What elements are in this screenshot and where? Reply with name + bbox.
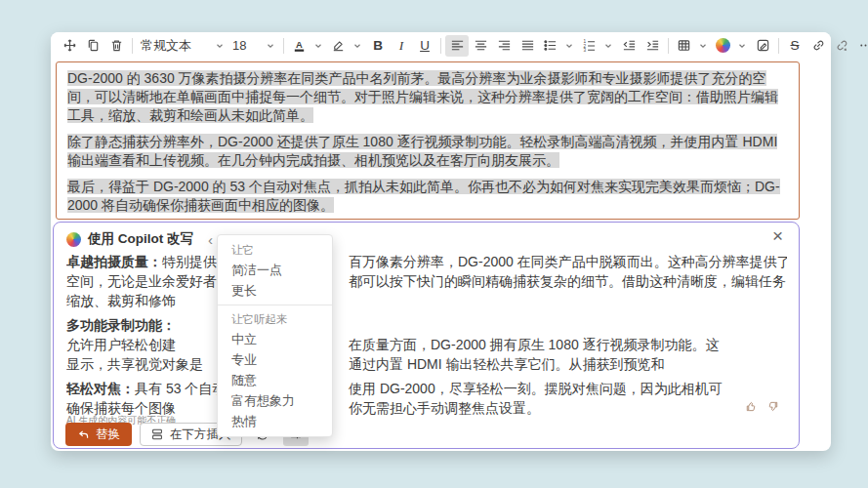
toolbar-separator xyxy=(778,38,779,54)
chevron-down-icon xyxy=(564,41,574,51)
rewrite-row: 轻松对焦：具有 53 个自动对焦使用 DG-2000，尽享轻松一刻。摆脱对焦问题… xyxy=(66,379,787,398)
selected-text: DG-2000 的 3630 万像素拍摄分辨率在同类产品中名列前茅。最高分辨率为… xyxy=(67,70,778,123)
rewrite-rows: 卓越拍摄质量：特别提供百万像素分辨率，DG-2000 在同类产品中脱颖而出。这种… xyxy=(66,252,787,418)
delete-button[interactable] xyxy=(104,35,128,57)
thumbs-up-icon[interactable] xyxy=(745,400,758,413)
font-color-dropdown[interactable]: A xyxy=(288,35,327,57)
copilot-rewrite-panel: 使用 Copilot 改写 ‹ 1/3 › × 卓越拍摄质量：特别提供百万像素分… xyxy=(53,222,800,449)
chevron-down-icon xyxy=(603,41,613,51)
bold-label: B xyxy=(373,38,383,53)
decrease-indent-button[interactable] xyxy=(617,35,641,57)
highlight-dropdown[interactable] xyxy=(327,35,366,57)
chevron-down-icon xyxy=(215,41,225,51)
numbered-list-icon: 123 xyxy=(582,38,597,53)
editor-window: 常规文本 18 A B I U xyxy=(51,32,831,451)
feedback-controls xyxy=(745,400,779,413)
chevron-down-icon xyxy=(313,41,323,51)
menu-item[interactable]: 随意 xyxy=(218,370,332,390)
rewrite-row: 允许用户轻松创建在质量方面，DG-2000 拥有原生 1080 逐行视频录制功能… xyxy=(66,335,787,354)
thumbs-down-icon[interactable] xyxy=(766,400,779,413)
menu-item[interactable]: 富有想象力 xyxy=(218,390,332,411)
menu-section-header: 让它听起来 xyxy=(218,309,332,329)
align-left-icon xyxy=(450,38,465,53)
desktop-background: 常规文本 18 A B I U xyxy=(0,0,868,488)
toolbar-separator xyxy=(132,38,133,54)
trash-icon xyxy=(109,38,124,53)
copilot-icon xyxy=(716,38,730,53)
svg-text:A: A xyxy=(296,40,303,50)
svg-text:3: 3 xyxy=(583,48,586,53)
rewrite-row: 空间，无论是业余爱好者还是专都可以按下快门的瞬间精确捕获复杂的细节。借助这种清晰… xyxy=(66,271,787,291)
replace-arrow-icon xyxy=(77,428,90,441)
more-options-button[interactable] xyxy=(853,35,868,57)
text-style-label: 常规文本 xyxy=(141,37,191,55)
selected-text: 除了静态捕获分辨率外，DG-2000 还提供了原生 1080 逐行视频录制功能。… xyxy=(67,134,777,168)
move-handle[interactable] xyxy=(58,35,81,57)
chevron-down-icon xyxy=(266,41,275,51)
paragraph[interactable]: 除了静态捕获分辨率外，DG-2000 还提供了原生 1080 逐行视频录制功能。… xyxy=(67,133,788,170)
menu-divider xyxy=(218,305,332,305)
bullet-list-dropdown[interactable] xyxy=(539,35,578,57)
move-icon xyxy=(62,38,77,53)
menu-section-header: 让它 xyxy=(218,240,332,260)
numbered-list-dropdown[interactable]: 123 xyxy=(578,35,617,57)
strikethrough-label: S xyxy=(790,38,799,53)
copy-icon xyxy=(86,38,101,53)
menu-item[interactable]: 简洁一点 xyxy=(218,260,332,280)
menu-item[interactable]: 更长 xyxy=(218,280,332,301)
close-icon[interactable]: × xyxy=(772,226,783,245)
copy-button[interactable] xyxy=(81,35,104,57)
italic-button[interactable]: I xyxy=(390,35,413,57)
align-center-button[interactable] xyxy=(469,35,492,57)
rewrite-menu: 让它简洁一点更长让它听起来中立专业随意富有想象力热情 xyxy=(217,234,333,437)
justify-icon xyxy=(520,38,535,53)
chevron-down-icon xyxy=(737,41,747,51)
font-size-value: 18 xyxy=(232,38,246,53)
underline-label: U xyxy=(420,38,430,53)
menu-item[interactable]: 热情 xyxy=(218,411,332,431)
toolbar-separator xyxy=(668,38,669,54)
ellipsis-icon xyxy=(858,38,868,53)
editor-pen-button[interactable] xyxy=(751,35,774,57)
rewrite-row: 卓越拍摄质量：特别提供百万像素分辨率，DG-2000 在同类产品中脱颖而出。这种… xyxy=(66,252,787,271)
indent-icon xyxy=(645,38,660,53)
replace-label: 替换 xyxy=(96,427,120,443)
copilot-dropdown[interactable] xyxy=(712,35,751,57)
panel-title: 使用 Copilot 改写 xyxy=(88,230,193,248)
strikethrough-button[interactable]: S xyxy=(783,35,806,57)
rewrite-row: 缩放、裁剪和修饰 xyxy=(66,291,787,310)
document-body[interactable]: DG-2000 的 3630 万像素拍摄分辨率在同类产品中名列前茅。最高分辨率为… xyxy=(56,61,800,220)
font-size-dropdown[interactable]: 18 xyxy=(228,35,279,57)
bullet-list-icon xyxy=(543,38,558,53)
paragraph[interactable]: DG-2000 的 3630 万像素拍摄分辨率在同类产品中名列前茅。最高分辨率为… xyxy=(67,69,788,125)
link-button[interactable] xyxy=(806,35,830,57)
outdent-icon xyxy=(622,38,637,53)
toolbar-separator xyxy=(283,38,284,54)
align-right-button[interactable] xyxy=(492,35,516,57)
text-style-dropdown[interactable]: 常规文本 xyxy=(137,35,228,57)
prev-result-button[interactable]: ‹ xyxy=(206,232,215,247)
rewrite-row: 多功能录制功能： xyxy=(66,315,787,335)
rewrite-row: 显示，共享视觉对象是通过内置 HDMI 输出轻松共享它们。从捕获到预览和 xyxy=(66,354,787,374)
copilot-icon xyxy=(66,232,81,247)
formatting-toolbar: 常规文本 18 A B I U xyxy=(51,32,831,59)
table-dropdown[interactable] xyxy=(673,35,712,57)
replace-button[interactable]: 替换 xyxy=(65,423,132,446)
font-color-icon: A xyxy=(292,38,307,53)
menu-item[interactable]: 中立 xyxy=(218,329,332,349)
justify-button[interactable] xyxy=(516,35,539,57)
underline-button[interactable]: U xyxy=(413,35,436,57)
unlink-button[interactable] xyxy=(830,35,853,57)
insert-below-icon xyxy=(150,427,164,441)
paragraph[interactable]: 最后，得益于 DG-2000 的 53 个自动对焦点，抓拍从未如此简单。你再也不… xyxy=(67,178,788,215)
align-right-icon xyxy=(497,38,512,53)
align-left-button[interactable] xyxy=(445,35,469,57)
unlink-icon xyxy=(835,38,849,53)
increase-indent-button[interactable] xyxy=(641,35,664,57)
highlighter-icon xyxy=(331,38,346,53)
bold-button[interactable]: B xyxy=(366,35,390,57)
table-icon xyxy=(677,38,691,53)
chevron-down-icon xyxy=(352,41,362,51)
menu-item[interactable]: 专业 xyxy=(218,349,332,370)
align-center-icon xyxy=(474,38,488,53)
